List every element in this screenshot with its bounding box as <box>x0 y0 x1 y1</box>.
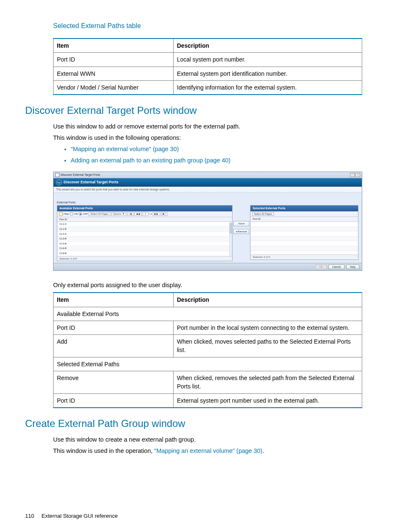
page-number: 110 <box>25 513 34 519</box>
page-input[interactable]: 1 <box>143 212 148 216</box>
filter-off-label: OFF <box>83 213 88 216</box>
table-selected-external-paths: Item Description Port IDLocal system por… <box>53 38 362 95</box>
list-item[interactable]: CL6-B <box>57 246 232 251</box>
filter-on-label: ON <box>74 213 78 216</box>
maximize-icon[interactable]: □ <box>350 173 355 177</box>
filter-icon[interactable] <box>59 212 63 216</box>
scrollbar[interactable] <box>229 222 232 256</box>
filter-label: Filter <box>64 213 69 216</box>
wizard-description: This wizard lets you to select the ports… <box>54 187 362 193</box>
table2-header-item: Item <box>54 293 174 307</box>
page-last-button[interactable]: ▶| <box>161 212 167 216</box>
panel-available-external-ports: Available External Ports Filter ON OFF S… <box>57 205 233 261</box>
toolbar: Filter ON OFF Select All Pages Options ▼… <box>57 211 232 217</box>
list-item: Adding an external path to an existing p… <box>71 156 362 165</box>
port-list-empty <box>251 222 358 254</box>
filter-off-radio[interactable] <box>79 212 82 216</box>
ok-button[interactable]: OK <box>315 265 327 269</box>
list-item <box>251 236 358 242</box>
list-item[interactable]: CL4-B <box>57 242 232 247</box>
table-row: Port IDExternal system port number used … <box>54 393 362 408</box>
window-titlebar: Discover External Target Ports □ ✕ <box>54 172 362 178</box>
cell: Identifying information for the external… <box>174 81 362 95</box>
add-button[interactable]: Add ▸ <box>233 221 249 226</box>
list-item <box>251 231 358 236</box>
page-footer: 110 External Storage GUI reference <box>25 512 118 520</box>
link-mapping-external-volume[interactable]: "Mapping an external volume" (page 30) <box>71 146 179 152</box>
table1-header-desc: Description <box>174 39 362 53</box>
scroll-thumb[interactable] <box>230 223 232 233</box>
list-item <box>251 251 358 256</box>
paragraph: Use this window to add or remove externa… <box>53 122 362 131</box>
remove-button[interactable]: ◂ Remove <box>233 229 249 234</box>
table-row: External WWNExternal system port identif… <box>54 67 362 80</box>
cell: Port number in the local system connecti… <box>174 321 362 334</box>
cell-span: Selected External Paths <box>54 357 362 371</box>
panel-selected-external-ports: Selected External Ports Select All Pages… <box>250 205 358 260</box>
text: This window is used in the operation, <box>53 447 154 454</box>
panel-header: Selected External Ports <box>251 206 358 211</box>
wizard-header: hp Discover External Target Ports <box>54 178 362 187</box>
list-item: "Mapping an external volume" (page 30) <box>71 145 362 154</box>
cell: External system port number used in the … <box>174 393 362 408</box>
list-item[interactable]: CL3-B <box>57 236 232 242</box>
cell: External WWN <box>54 67 174 80</box>
table-row: Available External Ports <box>54 307 362 321</box>
subheading-selected-external-paths: Selected External Paths table <box>53 21 362 31</box>
list-item <box>251 222 358 227</box>
selection-count-left: Selected: 0 of 8 <box>57 256 232 261</box>
page-total: / 1 <box>149 213 152 216</box>
pin-icon[interactable] <box>55 173 59 177</box>
cell-span: Available External Ports <box>54 307 362 321</box>
close-icon[interactable]: ✕ <box>356 173 360 177</box>
bullet-list: "Mapping an external volume" (page 30) A… <box>53 145 362 165</box>
table2-header-desc: Description <box>174 293 362 307</box>
cell: When clicked, removes the selected path … <box>174 371 362 394</box>
transfer-buttons: Add ▸ ◂ Remove <box>233 205 250 234</box>
paragraph: Use this window to create a new external… <box>53 435 362 444</box>
options-button[interactable]: Options ▼ <box>111 212 126 216</box>
table-row: Selected External Paths <box>54 357 362 371</box>
dialog-button-bar: OK Cancel Help <box>54 263 362 270</box>
table-row: Port IDLocal system port number. <box>54 53 362 67</box>
text: . <box>262 447 264 454</box>
list-item <box>251 241 358 246</box>
heading-create-external-path-group: Create External Path Group window <box>25 416 362 431</box>
list-item[interactable]: CL8-B <box>57 251 232 256</box>
link-adding-external-path[interactable]: Adding an external path to an existing p… <box>71 157 230 164</box>
toolbar: Select All Pages <box>251 211 358 217</box>
cell: Vendor / Model / Serial Number <box>54 81 174 95</box>
heading-discover-external-target-ports: Discover External Target Ports window <box>25 103 362 118</box>
select-all-pages-button[interactable]: Select All Pages <box>89 212 110 216</box>
cell: Port ID <box>54 53 174 67</box>
cell: Remove <box>54 371 174 394</box>
page-next-button[interactable]: ▶▶ <box>153 212 160 216</box>
list-item[interactable]: CL1-B <box>57 227 232 232</box>
list-item[interactable]: CL4-A <box>57 232 232 237</box>
page-first-button[interactable]: |◀ <box>127 212 133 216</box>
footer-title: External Storage GUI reference <box>41 513 118 519</box>
help-button[interactable]: Help <box>346 265 359 269</box>
paragraph: This window is used in the operation, "M… <box>53 447 362 455</box>
wizard-title: Discover External Target Ports <box>64 180 118 185</box>
filter-on-radio[interactable] <box>70 212 73 216</box>
port-list: CL1-A CL1-B CL4-A CL3-B CL4-B CL6-B CL8-… <box>57 222 232 256</box>
cancel-button[interactable]: Cancel <box>328 265 344 269</box>
table-discover-items: Item Description Available External Port… <box>53 292 362 408</box>
table1-header-item: Item <box>54 39 174 53</box>
column-header-port-id[interactable]: Port ID <box>251 217 358 222</box>
window-title: Discover External Target Ports <box>61 173 100 177</box>
table-row: Port IDPort number in the local system c… <box>54 321 362 334</box>
panel-header: Available External Ports <box>57 206 232 211</box>
external-ports-label: External Ports: <box>57 201 358 204</box>
paragraph: This window is used in the following ope… <box>53 134 362 142</box>
column-header-port-id[interactable]: Port ID <box>57 217 232 222</box>
cell: Add <box>54 335 174 357</box>
list-item <box>251 246 358 251</box>
link-mapping-external-volume[interactable]: "Mapping an external volume" (page 30) <box>154 447 263 454</box>
select-all-pages-button[interactable]: Select All Pages <box>252 212 274 216</box>
cell: Port ID <box>54 393 174 408</box>
hp-logo-icon: hp <box>56 180 62 185</box>
list-item[interactable]: CL1-A <box>57 222 232 227</box>
page-prev-button[interactable]: ◀◀ <box>134 212 142 216</box>
